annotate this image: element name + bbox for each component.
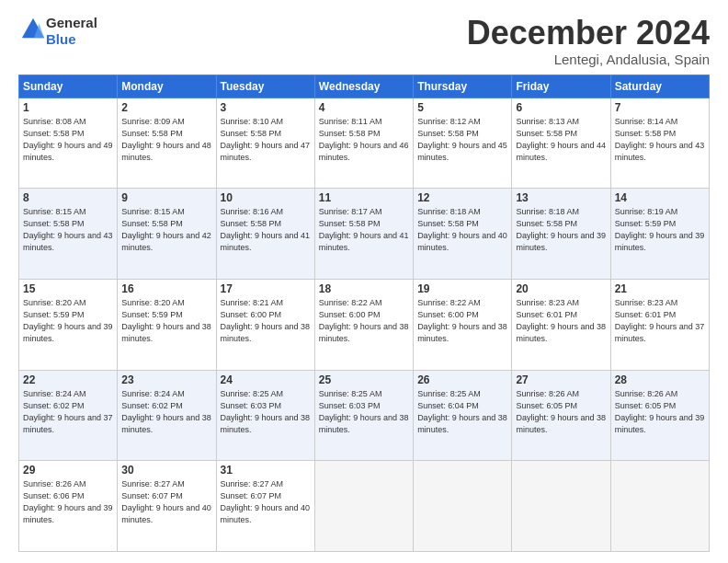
col-header-sunday: Sunday	[19, 75, 118, 98]
day-number: 7	[615, 101, 705, 114]
calendar-day-cell: 18Sunrise: 8:22 AMSunset: 6:00 PMDayligh…	[314, 279, 413, 370]
day-info: Sunrise: 8:12 AMSunset: 5:58 PMDaylight:…	[417, 117, 507, 162]
day-number: 3	[221, 101, 311, 114]
col-header-wednesday: Wednesday	[314, 75, 413, 98]
day-info: Sunrise: 8:23 AMSunset: 6:01 PMDaylight:…	[615, 298, 705, 343]
header: General Blue December 2024 Lentegi, Anda…	[18, 15, 710, 67]
calendar-day-cell: 26Sunrise: 8:25 AMSunset: 6:04 PMDayligh…	[414, 370, 512, 461]
day-info: Sunrise: 8:19 AMSunset: 5:59 PMDaylight:…	[615, 207, 705, 252]
day-info: Sunrise: 8:22 AMSunset: 6:00 PMDaylight:…	[319, 298, 409, 343]
day-number: 28	[615, 373, 705, 386]
day-info: Sunrise: 8:18 AMSunset: 5:58 PMDaylight:…	[516, 207, 606, 252]
day-info: Sunrise: 8:20 AMSunset: 5:59 PMDaylight:…	[23, 298, 113, 343]
day-info: Sunrise: 8:27 AMSunset: 6:07 PMDaylight:…	[121, 479, 211, 524]
calendar-week-row: 29Sunrise: 8:26 AMSunset: 6:06 PMDayligh…	[19, 461, 710, 552]
day-info: Sunrise: 8:21 AMSunset: 6:00 PMDaylight:…	[221, 298, 311, 343]
day-info: Sunrise: 8:26 AMSunset: 6:06 PMDaylight:…	[23, 479, 113, 524]
day-number: 6	[516, 101, 606, 114]
day-number: 26	[417, 373, 507, 386]
col-header-thursday: Thursday	[414, 75, 512, 98]
day-info: Sunrise: 8:15 AMSunset: 5:58 PMDaylight:…	[23, 207, 113, 252]
title-area: December 2024 Lentegi, Andalusia, Spain	[467, 15, 710, 67]
day-number: 14	[615, 191, 705, 204]
calendar-day-cell: 1Sunrise: 8:08 AMSunset: 5:58 PMDaylight…	[19, 98, 118, 189]
day-number: 30	[121, 464, 211, 477]
day-info: Sunrise: 8:15 AMSunset: 5:58 PMDaylight:…	[121, 207, 211, 252]
calendar-day-cell: 12Sunrise: 8:18 AMSunset: 5:58 PMDayligh…	[414, 189, 512, 280]
calendar-day-cell: 9Sunrise: 8:15 AMSunset: 5:58 PMDaylight…	[118, 189, 216, 280]
day-number: 5	[417, 101, 507, 114]
day-info: Sunrise: 8:23 AMSunset: 6:01 PMDaylight:…	[516, 298, 606, 343]
calendar-empty-cell	[314, 461, 413, 552]
day-number: 20	[516, 282, 606, 295]
day-number: 11	[319, 191, 409, 204]
day-number: 4	[319, 101, 409, 114]
day-info: Sunrise: 8:09 AMSunset: 5:58 PMDaylight:…	[121, 117, 211, 162]
day-info: Sunrise: 8:17 AMSunset: 5:58 PMDaylight:…	[319, 207, 409, 252]
day-info: Sunrise: 8:25 AMSunset: 6:04 PMDaylight:…	[417, 389, 507, 434]
col-header-friday: Friday	[512, 75, 610, 98]
calendar-day-cell: 10Sunrise: 8:16 AMSunset: 5:58 PMDayligh…	[216, 189, 314, 280]
day-number: 9	[121, 191, 211, 204]
day-number: 15	[23, 282, 113, 295]
calendar-day-cell: 28Sunrise: 8:26 AMSunset: 6:05 PMDayligh…	[610, 370, 709, 461]
calendar-empty-cell	[610, 461, 709, 552]
day-info: Sunrise: 8:11 AMSunset: 5:58 PMDaylight:…	[319, 117, 409, 162]
day-info: Sunrise: 8:08 AMSunset: 5:58 PMDaylight:…	[23, 117, 113, 162]
calendar-day-cell: 3Sunrise: 8:10 AMSunset: 5:58 PMDaylight…	[216, 98, 314, 189]
day-number: 29	[23, 464, 113, 477]
day-number: 24	[221, 373, 311, 386]
calendar-day-cell: 14Sunrise: 8:19 AMSunset: 5:59 PMDayligh…	[610, 189, 709, 280]
day-number: 1	[23, 101, 113, 114]
col-header-tuesday: Tuesday	[216, 75, 314, 98]
calendar-day-cell: 25Sunrise: 8:25 AMSunset: 6:03 PMDayligh…	[314, 370, 413, 461]
calendar-day-cell: 20Sunrise: 8:23 AMSunset: 6:01 PMDayligh…	[512, 279, 610, 370]
calendar-day-cell: 7Sunrise: 8:14 AMSunset: 5:58 PMDaylight…	[610, 98, 709, 189]
day-info: Sunrise: 8:20 AMSunset: 5:59 PMDaylight:…	[121, 298, 211, 343]
calendar-day-cell: 24Sunrise: 8:25 AMSunset: 6:03 PMDayligh…	[216, 370, 314, 461]
day-info: Sunrise: 8:14 AMSunset: 5:58 PMDaylight:…	[615, 117, 705, 162]
day-info: Sunrise: 8:25 AMSunset: 6:03 PMDaylight:…	[221, 389, 311, 434]
calendar-day-cell: 2Sunrise: 8:09 AMSunset: 5:58 PMDaylight…	[118, 98, 216, 189]
day-number: 22	[23, 373, 113, 386]
day-number: 12	[417, 191, 507, 204]
calendar-day-cell: 4Sunrise: 8:11 AMSunset: 5:58 PMDaylight…	[314, 98, 413, 189]
day-number: 21	[615, 282, 705, 295]
day-number: 23	[121, 373, 211, 386]
calendar-week-row: 15Sunrise: 8:20 AMSunset: 5:59 PMDayligh…	[19, 279, 710, 370]
day-info: Sunrise: 8:25 AMSunset: 6:03 PMDaylight:…	[319, 389, 409, 434]
calendar-day-cell: 8Sunrise: 8:15 AMSunset: 5:58 PMDaylight…	[19, 189, 118, 280]
col-header-saturday: Saturday	[610, 75, 709, 98]
day-number: 18	[319, 282, 409, 295]
calendar-day-cell: 23Sunrise: 8:24 AMSunset: 6:02 PMDayligh…	[118, 370, 216, 461]
calendar-day-cell: 29Sunrise: 8:26 AMSunset: 6:06 PMDayligh…	[19, 461, 118, 552]
calendar-day-cell: 17Sunrise: 8:21 AMSunset: 6:00 PMDayligh…	[216, 279, 314, 370]
calendar-day-cell: 16Sunrise: 8:20 AMSunset: 5:59 PMDayligh…	[118, 279, 216, 370]
calendar-day-cell: 5Sunrise: 8:12 AMSunset: 5:58 PMDaylight…	[414, 98, 512, 189]
day-info: Sunrise: 8:24 AMSunset: 6:02 PMDaylight:…	[121, 389, 211, 434]
day-number: 17	[221, 282, 311, 295]
calendar-week-row: 22Sunrise: 8:24 AMSunset: 6:02 PMDayligh…	[19, 370, 710, 461]
calendar-day-cell: 11Sunrise: 8:17 AMSunset: 5:58 PMDayligh…	[314, 189, 413, 280]
calendar-header-row: SundayMondayTuesdayWednesdayThursdayFrid…	[19, 75, 710, 98]
day-number: 8	[23, 191, 113, 204]
day-number: 2	[121, 101, 211, 114]
day-number: 19	[417, 282, 507, 295]
logo: General Blue	[18, 15, 97, 48]
calendar-day-cell: 19Sunrise: 8:22 AMSunset: 6:00 PMDayligh…	[414, 279, 512, 370]
calendar-table: SundayMondayTuesdayWednesdayThursdayFrid…	[18, 75, 710, 552]
day-number: 27	[516, 373, 606, 386]
day-info: Sunrise: 8:13 AMSunset: 5:58 PMDaylight:…	[516, 117, 606, 162]
calendar-day-cell: 22Sunrise: 8:24 AMSunset: 6:02 PMDayligh…	[19, 370, 118, 461]
day-info: Sunrise: 8:16 AMSunset: 5:58 PMDaylight:…	[221, 207, 311, 252]
calendar-week-row: 8Sunrise: 8:15 AMSunset: 5:58 PMDaylight…	[19, 189, 710, 280]
calendar-empty-cell	[414, 461, 512, 552]
logo-icon	[20, 17, 46, 42]
calendar-day-cell: 31Sunrise: 8:27 AMSunset: 6:07 PMDayligh…	[216, 461, 314, 552]
day-number: 13	[516, 191, 606, 204]
day-info: Sunrise: 8:27 AMSunset: 6:07 PMDaylight:…	[221, 479, 311, 524]
logo-text: General Blue	[46, 15, 97, 48]
location-subtitle: Lentegi, Andalusia, Spain	[467, 52, 710, 67]
calendar-day-cell: 21Sunrise: 8:23 AMSunset: 6:01 PMDayligh…	[610, 279, 709, 370]
day-info: Sunrise: 8:26 AMSunset: 6:05 PMDaylight:…	[516, 389, 606, 434]
